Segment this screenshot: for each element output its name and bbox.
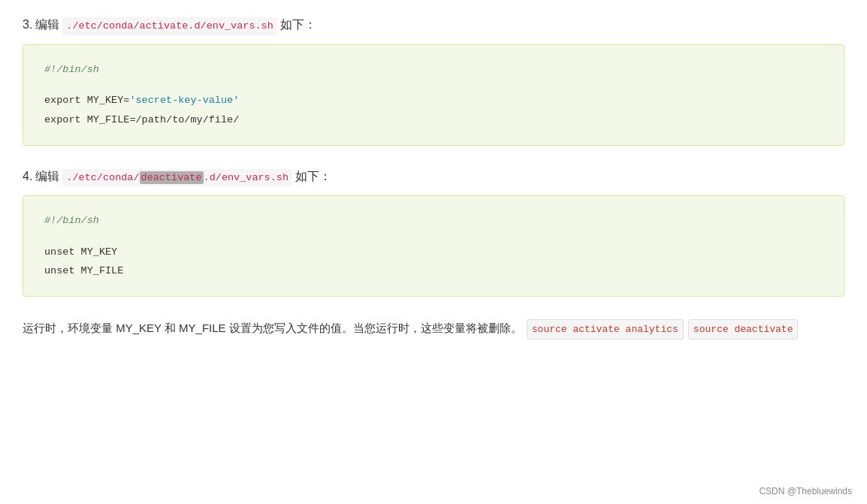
section-4-code-block: #!/bin/sh unset MY_KEY unset MY_FILE bbox=[23, 195, 844, 297]
section-3-label: 编辑 bbox=[35, 15, 59, 35]
section-3-export-line-2: export MY_FILE=/path/to/my/file/ bbox=[44, 110, 823, 130]
paragraph: 运行时，环境变量 MY_KEY 和 MY_FILE 设置为您写入文件的值。当您运… bbox=[23, 318, 844, 340]
section-4: 4. 编辑 ./etc/conda/deactivate.d/env_vars.… bbox=[23, 167, 844, 297]
section-3-suffix: 如下： bbox=[280, 15, 316, 35]
section-3: 3. 编辑 ./etc/conda/activate.d/env_vars.sh… bbox=[23, 15, 844, 146]
section-3-shebang: #!/bin/sh bbox=[44, 60, 823, 80]
section-4-unset-line-1: unset MY_KEY bbox=[44, 243, 823, 262]
section-4-number: 4. bbox=[23, 167, 32, 186]
section-4-path: ./etc/conda/deactivate.d/env_vars.sh bbox=[62, 169, 292, 187]
section-4-highlight: deactivate bbox=[140, 171, 204, 184]
paragraph-text: 运行时，环境变量 MY_KEY 和 MY_FILE 设置为您写入文件的值。当您运… bbox=[23, 318, 522, 338]
source-activate-code: source activate analytics bbox=[527, 319, 684, 340]
section-4-label: 编辑 bbox=[35, 167, 59, 186]
source-deactivate-code: source deactivate bbox=[688, 319, 799, 340]
section-4-header: 4. 编辑 ./etc/conda/deactivate.d/env_vars.… bbox=[23, 167, 844, 187]
section-3-number: 3. bbox=[23, 15, 32, 35]
section-3-export-line-1: export MY_KEY='secret-key-value' bbox=[44, 91, 823, 110]
section-3-path: ./etc/conda/activate.d/env_vars.sh bbox=[62, 17, 276, 35]
section-4-unset-line-2: unset MY_FILE bbox=[44, 261, 823, 281]
section-3-code-block: #!/bin/sh export MY_KEY='secret-key-valu… bbox=[23, 44, 844, 146]
section-4-suffix: 如下： bbox=[295, 167, 331, 186]
section-3-header: 3. 编辑 ./etc/conda/activate.d/env_vars.sh… bbox=[23, 15, 844, 35]
section-4-shebang: #!/bin/sh bbox=[44, 211, 823, 231]
